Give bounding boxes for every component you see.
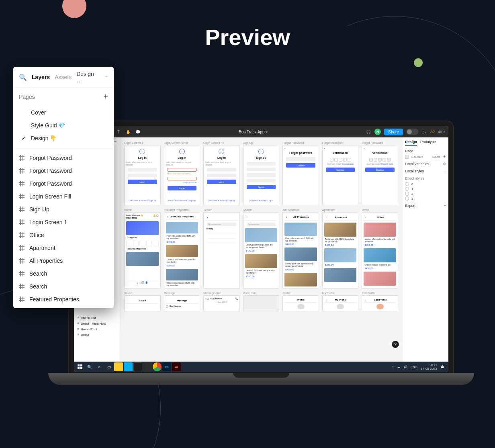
eye-icon[interactable]: 👁 <box>443 155 446 159</box>
a-badge: A? <box>430 130 435 134</box>
file-dropdown[interactable]: Design … <box>76 71 100 84</box>
frame-icon <box>19 232 25 238</box>
tray-lang[interactable]: ENG <box>411 365 417 369</box>
frame-icon <box>19 207 25 212</box>
artboard-forgot1[interactable]: ‹ Forgot password Continue <box>282 145 319 205</box>
artboard-search2[interactable]: ‹ 🔍 Emerald villa Luxury posh villa spac… <box>243 212 280 288</box>
layer-item[interactable]: Featured Properties <box>13 293 114 306</box>
frame-icon <box>19 271 25 276</box>
page-styleguide[interactable]: Style Guid 💎 <box>19 119 108 132</box>
chevron-up-icon[interactable]: ⌃ <box>105 75 108 80</box>
effect-style[interactable]: 0 <box>405 182 446 186</box>
plus-icon[interactable]: + <box>444 204 446 208</box>
layer-item[interactable]: All Properties <box>13 254 114 267</box>
layer-row[interactable]: ⌗Home-Rent <box>74 326 120 332</box>
artboard-message[interactable]: Message ◯ Guy Hawkins <box>164 295 200 311</box>
text-tool-icon[interactable]: T <box>116 129 121 135</box>
artboard-office[interactable]: ‹ Office Modern office with white walls … <box>362 212 398 288</box>
page-cover[interactable]: Cover <box>19 106 108 119</box>
present-icon[interactable]: ▷ <box>421 129 427 135</box>
figma-toolbar: ▾ ⌗ ✎ T ✋ 💬 Bus Track App ▾ 🎧 H Share ▷ … <box>74 126 448 137</box>
notifications-icon[interactable]: 💬 <box>440 365 444 369</box>
frame-icon <box>19 219 25 225</box>
hand-tool-icon[interactable]: ✋ <box>125 129 131 135</box>
figma-canvas[interactable]: Login Screen 1 ⌂ Log in Hello, Welcome b… <box>120 137 402 362</box>
user-avatar[interactable]: H <box>374 129 381 135</box>
artboard-voice[interactable] <box>243 295 280 311</box>
layer-row[interactable]: ⌗Detail - Rent Now <box>74 321 120 326</box>
artboard-editprofile[interactable]: ‹ Edit Profile <box>362 295 398 311</box>
artboard-myprofile[interactable]: ‹ My Profile <box>322 295 359 311</box>
plus-icon[interactable]: + <box>444 169 446 173</box>
photoshop-app-icon[interactable]: Ps <box>162 362 171 371</box>
add-page-button[interactable]: + <box>103 92 108 101</box>
chrome-app-icon[interactable] <box>153 362 162 371</box>
tray-cast-icon[interactable]: ☁ <box>397 365 400 369</box>
artboard-label[interactable]: Login Screen 1 <box>124 141 161 144</box>
artboard-signup[interactable]: ⌂Sign up Sign up Do have a account? Log … <box>243 145 280 205</box>
tab-prototype[interactable]: Prototype <box>420 140 436 146</box>
share-button[interactable]: Share <box>384 129 403 135</box>
layer-item[interactable]: Forgot Password <box>13 151 114 164</box>
artboard-forgot2[interactable]: ‹ Verification Don't get code? Resend co… <box>322 145 359 205</box>
layer-item[interactable]: Login Screen Fill <box>13 190 114 203</box>
settings-icon[interactable]: ⚙ <box>443 162 446 166</box>
artboard-profile[interactable]: Profile <box>282 295 319 311</box>
tab-assets[interactable]: Assets <box>55 74 72 80</box>
search-icon[interactable]: 🔍 <box>19 74 27 81</box>
layer-item[interactable]: Apartment <box>13 241 114 254</box>
tab-design[interactable]: Design <box>405 140 417 146</box>
search-icon[interactable]: 🔍 <box>85 362 94 371</box>
help-button[interactable]: ? <box>392 341 399 348</box>
explorer-app-icon[interactable] <box>114 362 123 371</box>
tab-layers[interactable]: Layers <box>32 74 50 80</box>
artboard-login-fill[interactable]: ⌂Log in Hello, Welcome back to your acco… <box>203 145 240 205</box>
artboard-forgot3[interactable]: ‹ Verification Don't get code? Resend co… <box>362 145 398 205</box>
layer-item[interactable]: Forgot Password <box>13 177 114 190</box>
cortana-icon[interactable]: ○ <box>95 362 104 371</box>
artboard-featured[interactable]: ‹ Featured Properties Posh villa apartme… <box>164 212 200 288</box>
layer-item[interactable]: Login Screen 1 <box>13 216 114 229</box>
layer-row[interactable]: ⌗Detail <box>74 332 120 338</box>
svg-rect-5 <box>78 367 80 369</box>
layer-item[interactable]: Search <box>13 267 114 280</box>
task-view-icon[interactable]: ▭ <box>104 362 113 371</box>
figma-app-icon[interactable] <box>133 362 142 371</box>
illustrator-app-icon[interactable]: Ai <box>172 362 181 371</box>
artboard-msgchat[interactable]: ‹ ◯ Guy Hawkins 📞 1 Aug 2023 <box>203 295 240 311</box>
laptop-frame: ▾ ⌗ ✎ T ✋ 💬 Bus Track App ▾ 🎧 H Share ▷ … <box>68 121 454 378</box>
artboard-home[interactable]: Hello, Welcome 👋Floyd Miles🔔 ◯ Categorie… <box>124 212 161 288</box>
artboard-allproperties[interactable]: ‹ All Properties Posh villa apartment 3 … <box>282 212 319 288</box>
tray-time[interactable]: 18:21 <box>429 363 437 367</box>
page-design[interactable]: ✓Design 👇 <box>19 132 108 145</box>
app-icon[interactable] <box>143 362 152 371</box>
layer-row[interactable]: ⌗Check Out <box>74 315 120 321</box>
artboard-saved[interactable]: Saved <box>124 295 161 311</box>
dev-mode-toggle[interactable] <box>406 129 418 135</box>
home-logo-icon: ⌂ <box>139 149 145 154</box>
frame-icon <box>19 245 25 251</box>
start-button[interactable] <box>76 362 84 371</box>
frame-icon <box>19 258 25 264</box>
figma-file-title[interactable]: Bus Track App <box>239 130 264 134</box>
effect-style[interactable]: 3 <box>405 196 446 200</box>
layer-item[interactable]: Forgot Password <box>13 164 114 177</box>
page-fill[interactable]: E5E5E5100% 👁 <box>405 155 446 159</box>
artboard-apartment[interactable]: ‹ Apartment Turtle land with 3BHK best p… <box>322 212 359 288</box>
effect-style[interactable]: 2 <box>405 192 446 196</box>
layer-item[interactable]: Sign Up <box>13 203 114 216</box>
comment-tool-icon[interactable]: 💬 <box>135 129 141 135</box>
tray-up-icon[interactable]: ^ <box>392 365 394 369</box>
layer-item[interactable]: Search <box>13 280 114 293</box>
artboard-login1[interactable]: ⌂ Log in Hello, Welcome back to your acc… <box>124 145 161 205</box>
artboard-search1[interactable]: ‹ 🔍 Silverwind villa History <box>203 212 240 288</box>
layer-item[interactable]: Office <box>13 229 114 241</box>
tray-volume-icon[interactable]: 🔊 <box>403 365 407 369</box>
page-title: Preview <box>0 24 495 50</box>
tray-date[interactable]: 17-08-2023 <box>421 367 437 370</box>
effect-style[interactable]: 1 <box>405 187 446 191</box>
headphones-icon[interactable]: 🎧 <box>366 129 371 135</box>
zoom-level[interactable]: 40% <box>438 130 445 134</box>
skype-app-icon[interactable] <box>124 362 133 371</box>
artboard-login-error[interactable]: ⌂Log in Hello, Welcome back to your acco… <box>164 145 200 205</box>
